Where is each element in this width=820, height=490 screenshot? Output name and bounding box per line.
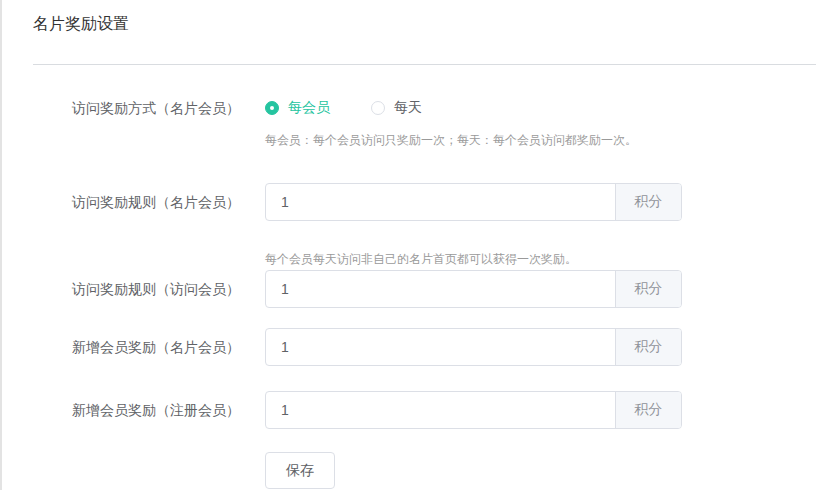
form-row-new-member-reward-card-member: 新增会员奖励（名片会员） 积分 xyxy=(33,328,816,366)
radio-selected-icon xyxy=(265,101,279,115)
points-unit-addon: 积分 xyxy=(615,329,681,365)
visit-reward-visit-member-helper-text: 每个会员每天访问非自己的名片首页都可以获得一次奖励。 xyxy=(265,251,816,268)
field-label: 新增会员奖励（注册会员） xyxy=(33,400,265,420)
radio-unselected-icon xyxy=(371,101,385,115)
panel-left-border xyxy=(0,0,2,490)
visit-reward-card-member-input[interactable] xyxy=(266,184,615,220)
reward-settings-panel: 名片奖励设置 访问奖励方式（名片会员） 每会员 每天 每会员：每个会员访问只奖励… xyxy=(0,0,820,489)
form-row-visit-reward-visit-member: 访问奖励规则（访问会员） 积分 xyxy=(33,270,816,308)
points-unit-addon: 积分 xyxy=(615,271,681,307)
form-row-visit-reward-mode: 访问奖励方式（名片会员） 每会员 每天 xyxy=(33,98,816,118)
input-group: 积分 xyxy=(265,391,682,429)
radio-per-member[interactable]: 每会员 xyxy=(265,99,330,117)
save-button[interactable]: 保存 xyxy=(265,452,335,489)
points-unit-addon: 积分 xyxy=(615,184,681,220)
button-row: 保存 xyxy=(265,452,816,489)
visit-reward-mode-helper-text: 每会员：每个会员访问只奖励一次；每天：每个会员访问都奖励一次。 xyxy=(265,132,816,149)
field-label: 访问奖励规则（访问会员） xyxy=(33,279,265,299)
form-row-visit-reward-card-member: 访问奖励规则（名片会员） 积分 xyxy=(33,183,816,221)
field-label: 新增会员奖励（名片会员） xyxy=(33,337,265,357)
visit-reward-visit-member-input[interactable] xyxy=(266,271,615,307)
input-group: 积分 xyxy=(265,328,682,366)
field-label: 访问奖励方式（名片会员） xyxy=(33,98,265,118)
points-unit-addon: 积分 xyxy=(615,392,681,428)
visit-reward-mode-radio-group: 每会员 每天 xyxy=(265,99,422,117)
new-member-reward-card-member-input[interactable] xyxy=(266,329,615,365)
new-member-reward-register-member-input[interactable] xyxy=(266,392,615,428)
form-row-new-member-reward-register-member: 新增会员奖励（注册会员） 积分 xyxy=(33,391,816,429)
field-label: 访问奖励规则（名片会员） xyxy=(33,192,265,212)
page-title: 名片奖励设置 xyxy=(33,13,816,35)
radio-per-day[interactable]: 每天 xyxy=(371,99,422,117)
input-group: 积分 xyxy=(265,183,682,221)
divider xyxy=(33,64,816,65)
input-group: 积分 xyxy=(265,270,682,308)
radio-label: 每会员 xyxy=(288,99,330,117)
radio-label: 每天 xyxy=(394,99,422,117)
